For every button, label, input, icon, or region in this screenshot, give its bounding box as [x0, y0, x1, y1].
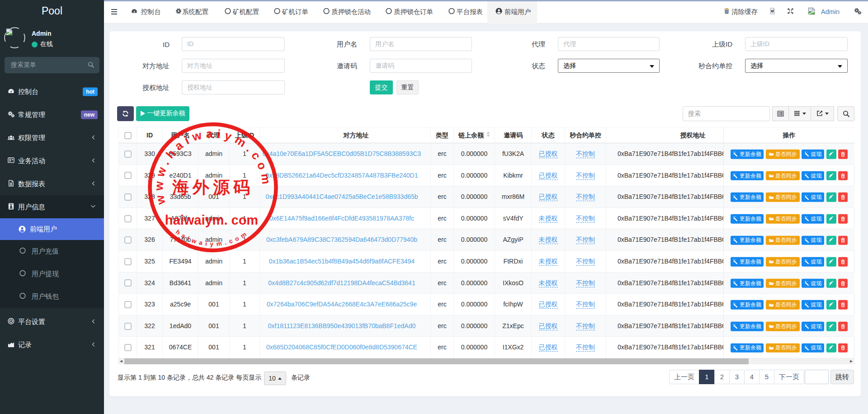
svg-text:haiwaiym. com: haiwaiym. com [165, 213, 258, 227]
svg-text:海外源码: 海外源码 [172, 178, 254, 197]
svg-text:A: A [772, 10, 773, 12]
